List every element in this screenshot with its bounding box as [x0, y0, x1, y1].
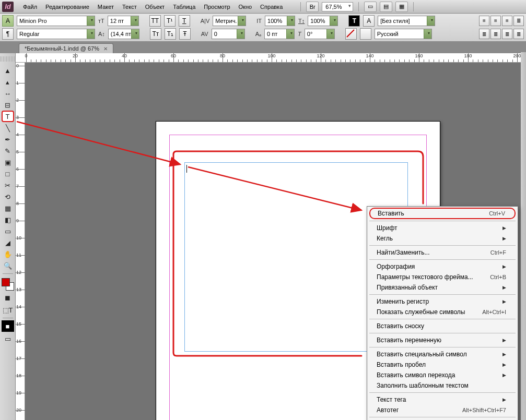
- context-item[interactable]: Шрифт▶: [367, 223, 518, 233]
- context-item[interactable]: Заполнить шаблонным текстом: [367, 380, 518, 391]
- menu-макет[interactable]: Макет: [93, 2, 118, 11]
- menu-файл[interactable]: Файл: [19, 2, 41, 11]
- context-item[interactable]: Вставить символ перехода▶: [367, 370, 518, 380]
- baseline-icon: Aₐ: [255, 31, 261, 38]
- workspace-button[interactable]: ▦: [395, 2, 408, 12]
- justify-right-button[interactable]: ≣: [502, 29, 512, 39]
- all-caps-button[interactable]: TT: [149, 15, 161, 27]
- menu-таблица[interactable]: Таблица: [169, 2, 200, 11]
- fill-t-button[interactable]: T: [348, 15, 360, 27]
- view-mode-preview[interactable]: ▭: [2, 333, 14, 344]
- baseline-shift-field[interactable]: [264, 29, 295, 39]
- character-mode-icon[interactable]: A: [2, 15, 14, 27]
- character-style-field[interactable]: [378, 16, 435, 26]
- eyedropper-tool[interactable]: ◢: [2, 237, 14, 248]
- menu-текст[interactable]: Текст: [118, 2, 141, 11]
- color-swatches[interactable]: [2, 278, 14, 291]
- context-item[interactable]: Вставить сноску: [367, 321, 518, 331]
- apply-color-button[interactable]: ◼: [2, 292, 14, 303]
- frame-tool[interactable]: ▣: [2, 157, 14, 168]
- arrange-button[interactable]: ▤: [380, 2, 392, 12]
- context-item[interactable]: Показать служебные символыAlt+Ctrl+I: [367, 307, 518, 317]
- horizontal-scale-field[interactable]: [308, 16, 338, 26]
- hand-tool[interactable]: ✋: [2, 248, 14, 260]
- small-caps-button[interactable]: Tт: [150, 28, 161, 40]
- subscript-button[interactable]: T₁: [165, 28, 176, 40]
- superscript-button[interactable]: T¹: [164, 15, 176, 27]
- justify-button[interactable]: ≣: [513, 16, 524, 26]
- context-item-label: Вставить переменную: [377, 337, 441, 344]
- tracking-field[interactable]: [212, 29, 245, 39]
- context-item[interactable]: Привязанный объект▶: [367, 282, 518, 293]
- gap-tool[interactable]: ⊟: [2, 99, 14, 111]
- fill-a-button[interactable]: A: [363, 15, 375, 27]
- line-tool[interactable]: ╲: [2, 122, 14, 134]
- justify-center-button[interactable]: ≣: [490, 29, 501, 39]
- submenu-arrow-icon: ▶: [502, 285, 506, 290]
- view-mode-normal[interactable]: ■: [2, 320, 14, 332]
- paragraph-mode-icon[interactable]: ¶: [2, 28, 14, 40]
- no-fill-button[interactable]: [345, 28, 357, 40]
- language-field[interactable]: [375, 29, 432, 39]
- context-item[interactable]: Параметры текстового фрейма...Ctrl+B: [367, 272, 518, 282]
- fill-swatch[interactable]: [2, 278, 10, 286]
- menu-просмотр[interactable]: Просмотр: [200, 2, 234, 11]
- align-center-button[interactable]: ≡: [490, 16, 501, 26]
- submenu-arrow-icon: ▶: [502, 362, 506, 367]
- context-item[interactable]: ВставитьCtrl+V: [369, 208, 516, 219]
- pen-tool[interactable]: ✒: [2, 134, 14, 145]
- horizontal-ruler[interactable]: 020406080100120140160180200: [16, 53, 526, 63]
- context-item[interactable]: АвтотегAlt+Shift+Ctrl+F7: [367, 405, 518, 415]
- close-tab-icon[interactable]: ✕: [103, 46, 108, 52]
- justify-left-button[interactable]: ≣: [479, 29, 489, 39]
- note-tool[interactable]: ▭: [2, 225, 14, 237]
- underline-button[interactable]: T: [179, 15, 190, 27]
- context-item[interactable]: Найти/Заменить...Ctrl+F: [367, 247, 518, 258]
- app-logo: Id: [2, 2, 14, 12]
- zoom-tool[interactable]: 🔍: [2, 260, 14, 271]
- stroke-button[interactable]: [360, 28, 371, 40]
- context-item[interactable]: Изменить регистр▶: [367, 296, 518, 307]
- transform-tool[interactable]: ⟲: [2, 191, 14, 202]
- rectangle-tool[interactable]: □: [2, 168, 14, 179]
- menu-объект[interactable]: Объект: [141, 2, 169, 11]
- default-colors-button[interactable]: ⬚T: [2, 304, 14, 316]
- context-item[interactable]: Кегль▶: [367, 233, 518, 244]
- skew-field[interactable]: [305, 29, 335, 39]
- panel-dock[interactable]: [521, 52, 526, 420]
- page-tool[interactable]: ↔: [2, 88, 14, 99]
- leading-field[interactable]: [108, 29, 139, 39]
- vertical-scale-field[interactable]: [265, 16, 295, 26]
- control-panel: A тТ TT T¹ T A|V IT T↕ T A ≡ ≡ ≡ ≣ ¶ А↕ …: [0, 14, 526, 42]
- gradient-tool[interactable]: ▦: [2, 202, 14, 214]
- context-item[interactable]: Вставить переменную▶: [367, 335, 518, 345]
- submenu-arrow-icon: ▶: [502, 338, 506, 343]
- align-left-button[interactable]: ≡: [479, 16, 489, 26]
- screen-mode-button[interactable]: ▭: [364, 2, 377, 12]
- selection-tool[interactable]: ▲: [2, 65, 14, 76]
- context-item[interactable]: Орфография▶: [367, 261, 518, 272]
- font-size-field[interactable]: [108, 16, 139, 26]
- font-family-field[interactable]: [17, 16, 95, 26]
- gradient-feather-tool[interactable]: ◧: [2, 214, 14, 225]
- document-tab[interactable]: *Безымянный-1.indd @ 67% ✕: [19, 43, 113, 53]
- align-right-button[interactable]: ≡: [502, 16, 512, 26]
- context-item[interactable]: Вставить пробел▶: [367, 359, 518, 370]
- menu-справка[interactable]: Справка: [256, 2, 287, 11]
- context-item[interactable]: Текст тега▶: [367, 394, 518, 405]
- strikethrough-button[interactable]: Ŧ: [179, 28, 191, 40]
- pencil-tool[interactable]: ✎: [2, 145, 14, 157]
- menu-редактирование[interactable]: Редактирование: [41, 2, 93, 11]
- vertical-ruler[interactable]: 01234567891011121314151617181920212223: [16, 63, 25, 420]
- kerning-field[interactable]: [213, 16, 246, 26]
- scissors-tool[interactable]: ✂: [2, 179, 14, 191]
- bridge-button[interactable]: Br: [306, 2, 319, 12]
- palette-grip[interactable]: [0, 56, 15, 62]
- type-tool[interactable]: T: [2, 111, 14, 122]
- menu-окно[interactable]: Окно: [235, 2, 256, 11]
- direct-selection-tool[interactable]: ▴: [2, 76, 14, 88]
- context-item[interactable]: Вставить специальный символ▶: [367, 349, 518, 359]
- zoom-level[interactable]: 67,5%: [322, 2, 353, 11]
- justify-all-button[interactable]: ≣: [513, 29, 524, 39]
- font-style-field[interactable]: [17, 29, 95, 39]
